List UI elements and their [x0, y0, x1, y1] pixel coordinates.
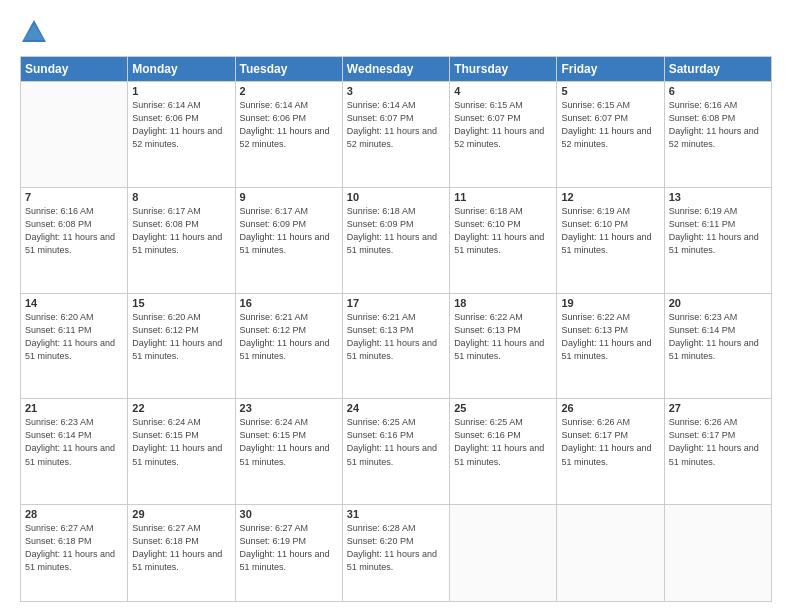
day-info: Sunrise: 6:17 AMSunset: 6:09 PMDaylight:… [240, 205, 338, 257]
calendar-week-row: 28Sunrise: 6:27 AMSunset: 6:18 PMDayligh… [21, 505, 772, 602]
day-info: Sunrise: 6:14 AMSunset: 6:06 PMDaylight:… [240, 99, 338, 151]
day-number: 16 [240, 297, 338, 309]
calendar-header-friday: Friday [557, 57, 664, 82]
day-number: 17 [347, 297, 445, 309]
day-info: Sunrise: 6:18 AMSunset: 6:09 PMDaylight:… [347, 205, 445, 257]
logo-icon [20, 18, 48, 46]
day-number: 26 [561, 402, 659, 414]
table-row: 7Sunrise: 6:16 AMSunset: 6:08 PMDaylight… [21, 187, 128, 293]
day-number: 10 [347, 191, 445, 203]
day-number: 8 [132, 191, 230, 203]
table-row: 11Sunrise: 6:18 AMSunset: 6:10 PMDayligh… [450, 187, 557, 293]
day-number: 28 [25, 508, 123, 520]
table-row: 1Sunrise: 6:14 AMSunset: 6:06 PMDaylight… [128, 82, 235, 188]
table-row: 5Sunrise: 6:15 AMSunset: 6:07 PMDaylight… [557, 82, 664, 188]
day-number: 30 [240, 508, 338, 520]
day-number: 23 [240, 402, 338, 414]
day-number: 22 [132, 402, 230, 414]
table-row: 19Sunrise: 6:22 AMSunset: 6:13 PMDayligh… [557, 293, 664, 399]
day-number: 29 [132, 508, 230, 520]
day-number: 24 [347, 402, 445, 414]
calendar-header-thursday: Thursday [450, 57, 557, 82]
table-row: 21Sunrise: 6:23 AMSunset: 6:14 PMDayligh… [21, 399, 128, 505]
table-row: 26Sunrise: 6:26 AMSunset: 6:17 PMDayligh… [557, 399, 664, 505]
day-number: 4 [454, 85, 552, 97]
table-row: 3Sunrise: 6:14 AMSunset: 6:07 PMDaylight… [342, 82, 449, 188]
day-number: 1 [132, 85, 230, 97]
day-info: Sunrise: 6:27 AMSunset: 6:18 PMDaylight:… [25, 522, 123, 574]
day-info: Sunrise: 6:24 AMSunset: 6:15 PMDaylight:… [240, 416, 338, 468]
table-row: 27Sunrise: 6:26 AMSunset: 6:17 PMDayligh… [664, 399, 771, 505]
logo [20, 18, 52, 46]
table-row: 28Sunrise: 6:27 AMSunset: 6:18 PMDayligh… [21, 505, 128, 602]
day-info: Sunrise: 6:23 AMSunset: 6:14 PMDaylight:… [669, 311, 767, 363]
day-info: Sunrise: 6:24 AMSunset: 6:15 PMDaylight:… [132, 416, 230, 468]
table-row: 30Sunrise: 6:27 AMSunset: 6:19 PMDayligh… [235, 505, 342, 602]
day-info: Sunrise: 6:25 AMSunset: 6:16 PMDaylight:… [454, 416, 552, 468]
day-number: 19 [561, 297, 659, 309]
day-info: Sunrise: 6:25 AMSunset: 6:16 PMDaylight:… [347, 416, 445, 468]
day-info: Sunrise: 6:22 AMSunset: 6:13 PMDaylight:… [561, 311, 659, 363]
day-number: 9 [240, 191, 338, 203]
day-number: 6 [669, 85, 767, 97]
day-number: 21 [25, 402, 123, 414]
day-info: Sunrise: 6:19 AMSunset: 6:10 PMDaylight:… [561, 205, 659, 257]
calendar-week-row: 21Sunrise: 6:23 AMSunset: 6:14 PMDayligh… [21, 399, 772, 505]
day-info: Sunrise: 6:26 AMSunset: 6:17 PMDaylight:… [561, 416, 659, 468]
day-info: Sunrise: 6:14 AMSunset: 6:07 PMDaylight:… [347, 99, 445, 151]
calendar-week-row: 1Sunrise: 6:14 AMSunset: 6:06 PMDaylight… [21, 82, 772, 188]
table-row: 15Sunrise: 6:20 AMSunset: 6:12 PMDayligh… [128, 293, 235, 399]
day-number: 7 [25, 191, 123, 203]
table-row: 9Sunrise: 6:17 AMSunset: 6:09 PMDaylight… [235, 187, 342, 293]
day-info: Sunrise: 6:20 AMSunset: 6:12 PMDaylight:… [132, 311, 230, 363]
day-number: 20 [669, 297, 767, 309]
table-row: 24Sunrise: 6:25 AMSunset: 6:16 PMDayligh… [342, 399, 449, 505]
day-info: Sunrise: 6:21 AMSunset: 6:12 PMDaylight:… [240, 311, 338, 363]
calendar-header-saturday: Saturday [664, 57, 771, 82]
day-number: 25 [454, 402, 552, 414]
day-info: Sunrise: 6:14 AMSunset: 6:06 PMDaylight:… [132, 99, 230, 151]
table-row [664, 505, 771, 602]
day-number: 12 [561, 191, 659, 203]
day-number: 3 [347, 85, 445, 97]
table-row: 6Sunrise: 6:16 AMSunset: 6:08 PMDaylight… [664, 82, 771, 188]
day-info: Sunrise: 6:23 AMSunset: 6:14 PMDaylight:… [25, 416, 123, 468]
day-info: Sunrise: 6:27 AMSunset: 6:19 PMDaylight:… [240, 522, 338, 574]
calendar-header-tuesday: Tuesday [235, 57, 342, 82]
table-row: 14Sunrise: 6:20 AMSunset: 6:11 PMDayligh… [21, 293, 128, 399]
day-number: 31 [347, 508, 445, 520]
day-info: Sunrise: 6:26 AMSunset: 6:17 PMDaylight:… [669, 416, 767, 468]
table-row: 25Sunrise: 6:25 AMSunset: 6:16 PMDayligh… [450, 399, 557, 505]
table-row: 13Sunrise: 6:19 AMSunset: 6:11 PMDayligh… [664, 187, 771, 293]
day-info: Sunrise: 6:19 AMSunset: 6:11 PMDaylight:… [669, 205, 767, 257]
day-info: Sunrise: 6:21 AMSunset: 6:13 PMDaylight:… [347, 311, 445, 363]
calendar-header-sunday: Sunday [21, 57, 128, 82]
table-row: 17Sunrise: 6:21 AMSunset: 6:13 PMDayligh… [342, 293, 449, 399]
table-row: 4Sunrise: 6:15 AMSunset: 6:07 PMDaylight… [450, 82, 557, 188]
table-row: 16Sunrise: 6:21 AMSunset: 6:12 PMDayligh… [235, 293, 342, 399]
day-info: Sunrise: 6:15 AMSunset: 6:07 PMDaylight:… [561, 99, 659, 151]
day-number: 13 [669, 191, 767, 203]
header [20, 18, 772, 46]
table-row [21, 82, 128, 188]
day-number: 18 [454, 297, 552, 309]
day-number: 15 [132, 297, 230, 309]
calendar-header-row: SundayMondayTuesdayWednesdayThursdayFrid… [21, 57, 772, 82]
svg-marker-1 [24, 24, 44, 40]
table-row: 10Sunrise: 6:18 AMSunset: 6:09 PMDayligh… [342, 187, 449, 293]
day-info: Sunrise: 6:20 AMSunset: 6:11 PMDaylight:… [25, 311, 123, 363]
day-info: Sunrise: 6:22 AMSunset: 6:13 PMDaylight:… [454, 311, 552, 363]
day-info: Sunrise: 6:28 AMSunset: 6:20 PMDaylight:… [347, 522, 445, 574]
day-number: 27 [669, 402, 767, 414]
table-row: 12Sunrise: 6:19 AMSunset: 6:10 PMDayligh… [557, 187, 664, 293]
day-number: 14 [25, 297, 123, 309]
table-row: 8Sunrise: 6:17 AMSunset: 6:08 PMDaylight… [128, 187, 235, 293]
calendar-header-monday: Monday [128, 57, 235, 82]
page: SundayMondayTuesdayWednesdayThursdayFrid… [0, 0, 792, 612]
table-row: 20Sunrise: 6:23 AMSunset: 6:14 PMDayligh… [664, 293, 771, 399]
day-number: 5 [561, 85, 659, 97]
table-row [450, 505, 557, 602]
day-info: Sunrise: 6:16 AMSunset: 6:08 PMDaylight:… [25, 205, 123, 257]
table-row: 23Sunrise: 6:24 AMSunset: 6:15 PMDayligh… [235, 399, 342, 505]
day-info: Sunrise: 6:15 AMSunset: 6:07 PMDaylight:… [454, 99, 552, 151]
